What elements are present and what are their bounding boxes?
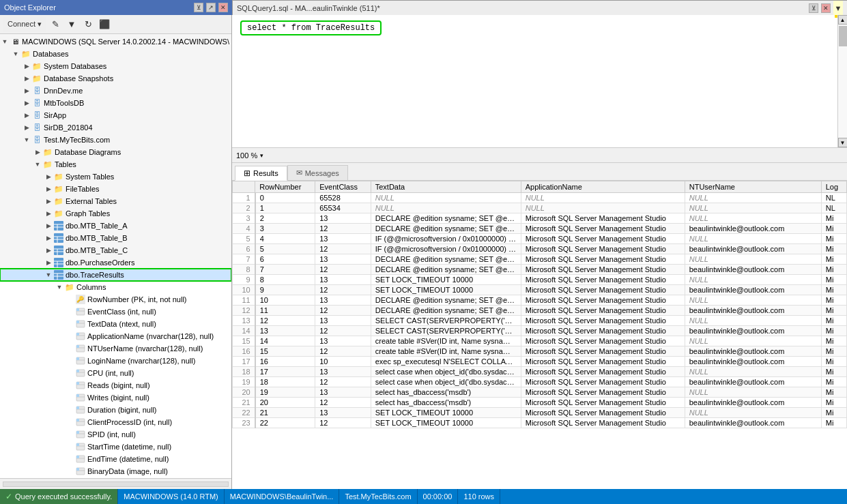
tree-item-mtbtools[interactable]: ▶🗄MtbToolsDB <box>0 97 231 109</box>
table-row[interactable]: 7613DECLARE @edition sysname; SET @editi… <box>233 254 847 265</box>
stop-icon[interactable]: ⬛ <box>97 17 112 32</box>
folder-icon: 📁 <box>53 183 64 194</box>
tree-item-col_cpu[interactable]: CPU (int, null) <box>0 367 231 379</box>
oe-close-btn[interactable]: ✕ <box>218 3 228 12</box>
table-row[interactable]: 201913select has_dbaccess('msdb')Microso… <box>233 387 847 398</box>
status-bar: ✓ Query executed successfully. MACWINDOW… <box>0 489 847 504</box>
tree-item-dnndev[interactable]: ▶🗄DnnDev.me <box>0 85 231 97</box>
tree-item-col_starttime[interactable]: StartTime (datetime, null) <box>0 441 231 453</box>
table-row[interactable]: 5413IF (@@microsoftversion / 0x01000000)… <box>233 234 847 244</box>
table-row[interactable]: 1065528NULLNULLNULLNL <box>233 193 847 203</box>
scroll-up-arrow[interactable]: ▲ <box>838 15 848 25</box>
tree-item-col_appname[interactable]: ApplicationName (nvarchar(128), null) <box>0 330 231 342</box>
oe-pin-btn[interactable]: ⊻ <box>194 3 203 12</box>
svg-rect-4 <box>54 233 63 243</box>
new-query-icon[interactable]: ✎ <box>48 17 63 32</box>
zoom-bar: 100 % ▾ <box>232 148 847 163</box>
results-table-container[interactable]: RowNumber EventClass TextData Applicatio… <box>232 181 847 489</box>
tree-item-sirapp[interactable]: ▶🗄SirApp <box>0 109 231 121</box>
tree-item-traceresults[interactable]: ▼dbo.TraceResults <box>0 269 231 281</box>
tree-item-col_eventclass[interactable]: EventClass (int, null) <box>0 306 231 318</box>
col-header-ntuser[interactable]: NTUserName <box>685 181 821 193</box>
sql-editor[interactable]: select * from TraceResults <box>232 15 847 41</box>
tree-item-col_clientpid[interactable]: ClientProcessID (int, null) <box>0 416 231 428</box>
tree-item-col_rownumber[interactable]: 🔑RowNumber (PK, int, not null) <box>0 293 231 306</box>
oe-scroll-bar[interactable] <box>0 478 231 489</box>
status-query-segment: ✓ Query executed successfully. <box>0 489 118 504</box>
server-icon: 🖥 <box>10 36 20 47</box>
tree-item-databases[interactable]: ▼📁Databases <box>0 48 231 60</box>
table-row[interactable]: 121112DECLARE @edition sysname; SET @edi… <box>233 306 847 316</box>
tree-item-tables[interactable]: ▼📁Tables <box>0 158 231 171</box>
tree-item-sirdb[interactable]: ▶🗄SirDB_201804 <box>0 121 231 134</box>
table-row[interactable]: 191812select case when object_id('dbo.sy… <box>233 377 847 387</box>
col-header-appname[interactable]: ApplicationName <box>521 181 685 193</box>
table-row[interactable]: 6512IF (@@microsoftversion / 0x01000000)… <box>233 244 847 254</box>
tree-item-testmytec[interactable]: ▼🗄Test.MyTecBits.com <box>0 134 231 146</box>
refresh-icon[interactable]: ↻ <box>81 17 96 32</box>
table-row[interactable]: 181713select case when object_id('dbo.sy… <box>233 367 847 377</box>
tree-item-col_duration[interactable]: Duration (bigint, null) <box>0 404 231 416</box>
tree-item-dbsnaps[interactable]: ▶📁Database Snapshots <box>0 72 231 85</box>
tree-label-mtb_c: dbo.MTB_Table_C <box>66 246 128 254</box>
scroll-down-arrow[interactable]: ▼ <box>838 138 848 147</box>
status-time-text: 00:00:00 <box>423 492 453 501</box>
tree-item-col_binary[interactable]: BinaryData (image, null) <box>0 465 231 477</box>
database-icon: 🗄 <box>31 134 42 145</box>
table-icon <box>53 269 64 280</box>
col-header-rownumber[interactable]: RowNumber <box>255 181 315 193</box>
tree-item-col_reads[interactable]: Reads (bigint, null) <box>0 379 231 391</box>
tab-messages[interactable]: ✉ Messages <box>287 165 348 180</box>
table-row[interactable]: 171610exec sp_executesql N'SELECT COLLAT… <box>233 357 847 367</box>
tree-item-mtb_a[interactable]: ▶dbo.MTB_Table_A <box>0 220 231 232</box>
oe-float-btn[interactable]: ↗ <box>206 3 216 12</box>
table-row[interactable]: 2165534NULLNULLNULLNL <box>233 203 847 213</box>
svg-rect-57 <box>76 443 79 446</box>
tree-item-graphtables[interactable]: ▶📁Graph Tables <box>0 207 231 220</box>
tree-item-col_ntuser[interactable]: NTUserName (nvarchar(128), null) <box>0 342 231 355</box>
tree-item-sysdb[interactable]: ▶📁System Databases <box>0 60 231 72</box>
query-close-btn[interactable]: ✕ <box>821 3 831 13</box>
tree-item-filetables[interactable]: ▶📁FileTables <box>0 183 231 195</box>
table-row[interactable]: 3213DECLARE @edition sysname; SET @editi… <box>233 213 847 224</box>
table-row[interactable]: 222113SET LOCK_TIMEOUT 10000Microsoft SQ… <box>233 408 847 418</box>
connect-button[interactable]: Connect ▾ <box>3 17 46 32</box>
table-row[interactable]: 8712DECLARE @edition sysname; SET @editi… <box>233 265 847 275</box>
tree-item-col_spid[interactable]: SPID (int, null) <box>0 428 231 441</box>
table-row[interactable]: 131213SELECT CAST(SERVERPROPERTY('Engine… <box>233 316 847 326</box>
tab-results[interactable]: ⊞ Results <box>235 166 287 181</box>
editor-scrollbar[interactable]: ▲ ▼ <box>837 15 847 147</box>
tree-item-mtb_c[interactable]: ▶dbo.MTB_Table_C <box>0 244 231 256</box>
tree-label-mtb_a: dbo.MTB_Table_A <box>66 222 128 230</box>
tree-item-mtb_b[interactable]: ▶dbo.MTB_Table_B <box>0 232 231 244</box>
tree-item-purchaseorders[interactable]: ▶dbo.PurchaseOrders <box>0 256 231 269</box>
sql-query-text[interactable]: select * from TraceResults <box>240 20 382 35</box>
tree-item-exttables[interactable]: ▶📁External Tables <box>0 195 231 207</box>
col-header-eventclass[interactable]: EventClass <box>315 181 371 193</box>
oe-toolbar: Connect ▾ ✎ ▼ ↻ ⬛ <box>0 15 231 34</box>
zoom-dropdown[interactable]: ▾ <box>260 152 263 159</box>
tree-item-systables[interactable]: ▶📁System Tables <box>0 171 231 183</box>
col-header-textdata[interactable]: TextData <box>371 181 521 193</box>
table-row[interactable]: 141312SELECT CAST(SERVERPROPERTY('Engine… <box>233 326 847 336</box>
table-row[interactable]: 151413create table #SVer(ID int, Name sy… <box>233 336 847 346</box>
tree-item-columns[interactable]: ▼📁Columns <box>0 281 231 293</box>
column-icon <box>75 306 86 317</box>
table-row[interactable]: 212012select has_dbaccess('msdb')Microso… <box>233 398 847 408</box>
tree-item-col_endtime[interactable]: EndTime (datetime, null) <box>0 453 231 465</box>
table-row[interactable]: 232212SET LOCK_TIMEOUT 10000Microsoft SQ… <box>233 418 847 428</box>
query-pin-btn[interactable]: ⊻ <box>809 3 818 13</box>
table-row[interactable]: 10912SET LOCK_TIMEOUT 10000Microsoft SQL… <box>233 285 847 295</box>
tree-item-dbdiagrams[interactable]: ▶📁Database Diagrams <box>0 146 231 158</box>
table-row[interactable]: 111013DECLARE @edition sysname; SET @edi… <box>233 295 847 306</box>
col-header-log[interactable]: Log <box>821 181 846 193</box>
tree-item-col_writes[interactable]: Writes (bigint, null) <box>0 391 231 404</box>
table-row[interactable]: 161512create table #SVer(ID int, Name sy… <box>233 346 847 357</box>
tree-item-col_login[interactable]: LoginName (nvarchar(128), null) <box>0 355 231 367</box>
table-row[interactable]: 9813SET LOCK_TIMEOUT 10000Microsoft SQL … <box>233 275 847 285</box>
tree-item-col_textdata[interactable]: TextData (ntext, null) <box>0 318 231 330</box>
table-row[interactable]: 4312DECLARE @edition sysname; SET @editi… <box>233 224 847 234</box>
tree-item-macwindows[interactable]: ▼🖥MACWINDOWS (SQL Server 14.0.2002.14 - … <box>0 35 231 48</box>
filter-icon[interactable]: ▼ <box>64 17 79 32</box>
database-icon: 🗄 <box>31 85 42 96</box>
